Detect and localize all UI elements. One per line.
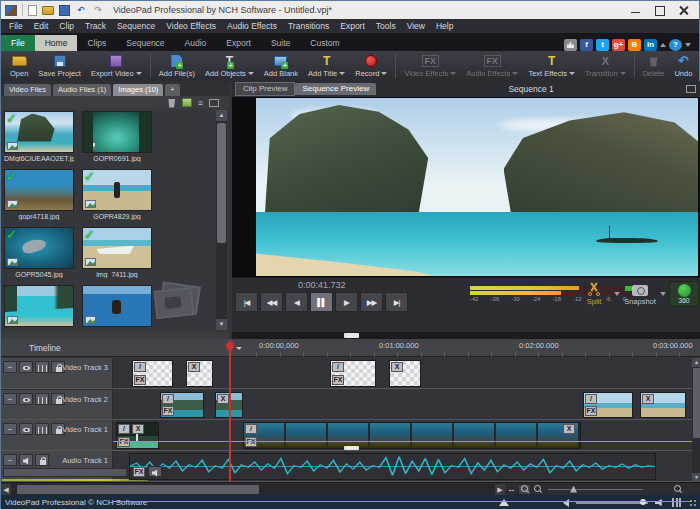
add-bin-tab-button[interactable]: + (165, 84, 179, 96)
add-media-icon[interactable] (182, 98, 192, 107)
list-view-icon[interactable]: ≡ (198, 98, 203, 108)
menu-video-effects[interactable]: Video Effects (166, 21, 216, 31)
minimize-button[interactable] (631, 6, 641, 15)
linkedin-icon[interactable]: in (644, 39, 657, 51)
clip[interactable]: X (640, 392, 686, 418)
master-volume-slider[interactable] (576, 498, 648, 507)
clip-audio-icon[interactable] (148, 466, 162, 477)
media-item[interactable]: ✓ GOPR4829.jpg (82, 169, 152, 220)
tab-file[interactable]: File (1, 35, 35, 51)
snapshot-button[interactable]: Snapshot (623, 283, 657, 306)
media-item[interactable] (4, 285, 74, 327)
clip[interactable]: /FX (132, 360, 173, 387)
menu-export[interactable]: Export (340, 21, 365, 31)
add-objects-button[interactable]: T+ Add Objects (200, 52, 259, 80)
tab-video-files[interactable]: Video Files (4, 84, 51, 96)
audio-effects-button[interactable]: FX Audio Effects (461, 52, 523, 80)
pause-button[interactable]: ▌▌ (310, 292, 333, 312)
track-visibility-icon[interactable] (19, 393, 33, 405)
dropdown-icon[interactable] (136, 72, 142, 75)
split-dropdown-icon[interactable] (614, 292, 620, 296)
menu-track[interactable]: Track (85, 21, 106, 31)
record-button[interactable]: Record (350, 52, 392, 80)
tab-home[interactable]: Home (35, 35, 78, 51)
track-mixer-icon[interactable] (35, 361, 49, 373)
timeline-view-selector[interactable]: Timeline (1, 339, 256, 357)
timeline-zoom-slider[interactable] (548, 484, 643, 495)
clip[interactable]: / X FX (116, 422, 159, 449)
tab-sequence[interactable]: Sequence (116, 35, 174, 51)
menu-edit[interactable]: Edit (34, 21, 49, 31)
clip[interactable]: /FX (160, 392, 204, 418)
scrollbar-thumb[interactable] (17, 485, 259, 494)
track-lock-icon[interactable] (35, 454, 49, 466)
menu-transitions[interactable]: Transitions (288, 21, 329, 31)
delete-button[interactable]: Delete (638, 52, 670, 80)
track-visibility-icon[interactable] (19, 361, 33, 373)
scroll-up-icon[interactable]: ▲ (692, 358, 700, 367)
like-icon[interactable] (564, 39, 577, 51)
tab-suite[interactable]: Suite (261, 35, 300, 51)
media-item[interactable]: ✓ img_7411.jpg (82, 227, 152, 278)
go-to-start-button[interactable]: |◀ (235, 292, 258, 312)
scroll-right-icon[interactable]: ▶ (495, 484, 505, 495)
track-resize-handle[interactable] (344, 446, 359, 450)
tab-custom[interactable]: Custom (300, 35, 349, 51)
resize-grip[interactable] (688, 498, 697, 507)
volume-knob[interactable] (640, 499, 646, 505)
clip[interactable]: X (186, 360, 213, 387)
scroll-up-icon[interactable]: ▲ (216, 110, 227, 121)
undo-icon[interactable]: ↶ (75, 5, 87, 16)
collapse-track-icon[interactable]: − (3, 393, 17, 405)
360-mode-button[interactable]: 360 (669, 281, 699, 307)
step-forward-button[interactable]: ▶ (335, 292, 358, 312)
scrollbar-thumb[interactable] (217, 123, 226, 243)
tab-clip-preview[interactable]: Clip Preview (235, 82, 295, 96)
scroll-down-icon[interactable]: ▼ (692, 473, 700, 482)
menu-clip[interactable]: Clip (59, 21, 74, 31)
next-clip-button[interactable]: ▶▶ (360, 292, 383, 312)
zoom-out-icon[interactable] (518, 484, 531, 495)
track-mute-icon[interactable] (19, 454, 33, 466)
go-to-end-button[interactable]: ▶| (385, 292, 408, 312)
media-item[interactable]: ✓ GOPR5045.jpg (4, 227, 74, 278)
menu-audio-effects[interactable]: Audio Effects (227, 21, 277, 31)
track-mixer-icon[interactable] (35, 393, 49, 405)
snapshot-dropdown-icon[interactable] (660, 292, 666, 296)
tab-audio-files[interactable]: Audio Files (1) (53, 84, 111, 96)
preview-seekbar[interactable] (232, 332, 700, 339)
track-lane[interactable]: /FX X /FX X (113, 390, 692, 419)
media-item[interactable]: ✓ DMqt6CiUEAAO2ET.jpg (4, 111, 74, 162)
close-button[interactable] (679, 6, 689, 15)
timeline-ruler[interactable]: Timeline 0:00:00,000 0:01:00.000 0:02:00… (1, 339, 700, 357)
media-scrollbar[interactable]: ▲ ▼ (216, 110, 227, 330)
googleplus-icon[interactable]: g+ (612, 39, 625, 51)
export-video-button[interactable]: Export Video (86, 52, 147, 80)
dropdown-icon[interactable] (569, 72, 575, 75)
delete-media-icon[interactable] (168, 98, 176, 108)
detach-preview-icon[interactable] (686, 85, 696, 93)
scroll-down-icon[interactable]: ▼ (216, 319, 227, 330)
open-project-icon[interactable] (42, 6, 54, 15)
previous-clip-button[interactable]: ◀◀ (260, 292, 283, 312)
collapse-ribbon-icon[interactable] (660, 43, 666, 47)
audio-waveform-clip[interactable]: FX (129, 453, 656, 480)
track-volume-slider[interactable] (3, 468, 148, 477)
zoom-full-icon[interactable] (671, 484, 684, 495)
fit-timeline-icon[interactable]: ↔ (505, 484, 518, 495)
track-mixer-icon[interactable] (35, 423, 49, 435)
collapse-track-icon[interactable]: − (3, 423, 17, 435)
chevron-down-icon[interactable] (236, 347, 242, 350)
track-lane[interactable]: / X FX / FX X (113, 420, 692, 450)
clip[interactable]: /FX (583, 392, 633, 418)
menu-help[interactable]: Help (436, 21, 453, 31)
save-project-button[interactable]: Save Project (33, 52, 86, 80)
scrollbar-thumb[interactable] (693, 368, 700, 438)
new-project-icon[interactable] (28, 5, 37, 16)
video-viewport[interactable] (232, 97, 700, 277)
menu-tools[interactable]: Tools (376, 21, 396, 31)
media-item[interactable]: ✓ GOPR0691.jpg (82, 111, 152, 162)
track-visibility-icon[interactable] (19, 423, 33, 435)
timeline-vertical-scrollbar[interactable]: ▲ ▼ (692, 358, 700, 482)
media-item[interactable] (82, 285, 152, 327)
